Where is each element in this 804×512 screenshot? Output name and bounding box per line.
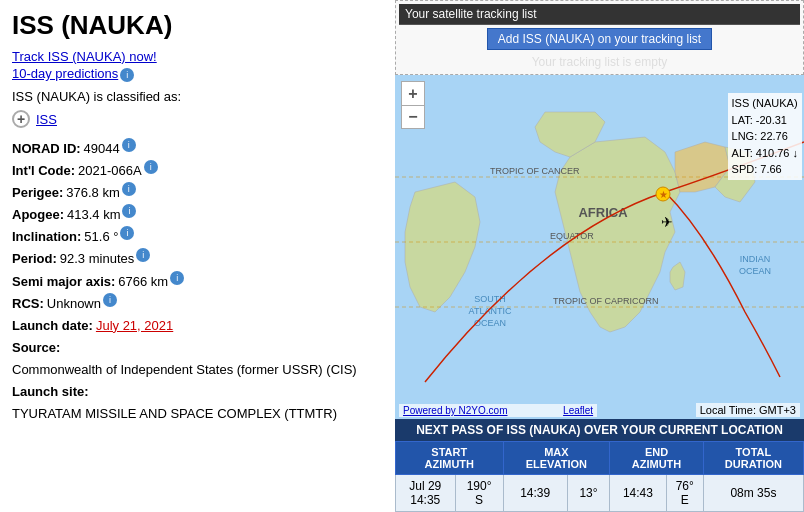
semi-major-label: Semi major axis: — [12, 271, 115, 293]
map-attribution: Powered by N2YO.com Leaflet — [399, 404, 597, 417]
total-duration: 08m 35s — [703, 475, 803, 512]
period-label: Period: — [12, 248, 57, 270]
launch-site-row: Launch site: TYURATAM MISSILE AND SPACE … — [12, 381, 383, 425]
launch-site-label: Launch site: — [12, 381, 89, 403]
source-row: Source: Commonwealth of Independent Stat… — [12, 337, 383, 381]
svg-text:✈: ✈ — [661, 214, 673, 230]
start-date: Jul 29 14:35 — [396, 475, 456, 512]
launch-date-link[interactable]: July 21, 2021 — [96, 318, 173, 333]
period-value: 92.3 minutes — [60, 248, 134, 270]
tracking-section: Your satellite tracking list Add ISS (NA… — [395, 0, 804, 75]
info-table: NORAD ID: 49044 i Int'l Code: 2021-066A … — [12, 138, 383, 425]
source-value: Commonwealth of Independent States (form… — [12, 359, 357, 381]
rcs-info-icon[interactable]: i — [103, 293, 117, 307]
col-start-azimuth: STARTAZIMUTH — [396, 442, 504, 475]
inclination-info-icon[interactable]: i — [120, 226, 134, 240]
satellite-title: ISS (NAUKA) — [12, 10, 383, 41]
col-total-duration: TOTALDURATION — [703, 442, 803, 475]
semi-major-info-icon[interactable]: i — [170, 271, 184, 285]
intl-value: 2021-066A — [78, 160, 142, 182]
apogee-row: Apogee: 413.4 km i — [12, 204, 383, 226]
rcs-row: RCS: Unknown i — [12, 293, 383, 315]
norad-row: NORAD ID: 49044 i — [12, 138, 383, 160]
predictions-link[interactable]: 10-day predictions — [12, 66, 118, 81]
rcs-label: RCS: — [12, 293, 44, 315]
sat-lng: LNG: 22.76 — [732, 128, 798, 145]
next-pass-table: STARTAZIMUTH MAXELEVATION ENDAZIMUTH TOT… — [395, 441, 804, 512]
sat-spd: SPD: 7.66 — [732, 161, 798, 178]
satellite-info-label: ISS (NAUKA) LAT: -20.31 LNG: 22.76 ALT: … — [728, 93, 802, 180]
inclination-label: Inclination: — [12, 226, 81, 248]
svg-text:TROPIC OF CAPRICORN: TROPIC OF CAPRICORN — [553, 296, 659, 306]
zoom-in-button[interactable]: + — [401, 81, 425, 105]
classified-text: ISS (NAUKA) is classified as: — [12, 89, 383, 104]
svg-text:AFRICA: AFRICA — [578, 205, 628, 220]
launch-date-value: July 21, 2021 — [96, 315, 173, 337]
semi-major-row: Semi major axis: 6766 km i — [12, 271, 383, 293]
svg-text:TROPIC OF CANCER: TROPIC OF CANCER — [490, 166, 580, 176]
iss-category-row: + ISS — [12, 110, 383, 128]
next-pass-section: NEXT PASS OF ISS (NAUKA) OVER YOUR CURRE… — [395, 419, 804, 512]
source-label: Source: — [12, 337, 60, 359]
track-now-link[interactable]: Track ISS (NAUKA) now! — [12, 49, 383, 64]
sat-lat: LAT: -20.31 — [732, 112, 798, 129]
start-azimuth: 190° S — [455, 475, 503, 512]
tracking-empty-text: Your tracking list is empty — [399, 53, 800, 71]
sat-alt: ALT: 410.76 ↓ — [732, 145, 798, 162]
perigee-label: Perigee: — [12, 182, 63, 204]
perigee-value: 376.8 km — [66, 182, 119, 204]
semi-major-value: 6766 km — [118, 271, 168, 293]
pass-row: Jul 29 14:35 190° S 14:39 13° 14:43 76° … — [396, 475, 804, 512]
next-pass-title: NEXT PASS OF ISS (NAUKA) OVER YOUR CURRE… — [395, 419, 804, 441]
iss-category-link[interactable]: ISS — [36, 112, 57, 127]
max-elevation: 13° — [567, 475, 609, 512]
map-local-time: Local Time: GMT+3 — [696, 403, 800, 417]
expand-button[interactable]: + — [12, 110, 30, 128]
apogee-info-icon[interactable]: i — [122, 204, 136, 218]
period-row: Period: 92.3 minutes i — [12, 248, 383, 270]
zoom-out-button[interactable]: − — [401, 105, 425, 129]
period-info-icon[interactable]: i — [136, 248, 150, 262]
sat-name: ISS (NAUKA) — [732, 95, 798, 112]
map-controls: + − — [401, 81, 425, 129]
launch-date-label: Launch date: — [12, 315, 93, 337]
intl-info-icon[interactable]: i — [144, 160, 158, 174]
tracking-bar-title: Your satellite tracking list — [399, 4, 800, 25]
max-time: 14:39 — [503, 475, 567, 512]
end-time: 14:43 — [610, 475, 666, 512]
inclination-row: Inclination: 51.6 ° i — [12, 226, 383, 248]
apogee-label: Apogee: — [12, 204, 64, 226]
svg-text:★: ★ — [659, 189, 668, 200]
apogee-value: 413.4 km — [67, 204, 120, 226]
launch-date-row: Launch date: July 21, 2021 — [12, 315, 383, 337]
map-area[interactable]: TROPIC OF CANCER EQUATOR TROPIC OF CAPRI… — [395, 75, 804, 419]
intl-label: Int'l Code: — [12, 160, 75, 182]
predictions-info-icon[interactable]: i — [120, 68, 134, 82]
inclination-value: 51.6 ° — [84, 226, 118, 248]
launch-site-value: TYURATAM MISSILE AND SPACE COMPLEX (TTMT… — [12, 403, 337, 425]
svg-text:OCEAN: OCEAN — [739, 266, 771, 276]
end-azimuth: 76° E — [666, 475, 703, 512]
col-end-azimuth: ENDAZIMUTH — [610, 442, 704, 475]
add-tracking-button[interactable]: Add ISS (NAUKA) on your tracking list — [487, 28, 712, 50]
norad-value: 49044 — [84, 138, 120, 160]
perigee-row: Perigee: 376.8 km i — [12, 182, 383, 204]
intl-row: Int'l Code: 2021-066A i — [12, 160, 383, 182]
norad-label: NORAD ID: — [12, 138, 81, 160]
svg-text:INDIAN: INDIAN — [740, 254, 771, 264]
perigee-info-icon[interactable]: i — [122, 182, 136, 196]
n2yo-attribution-link[interactable]: Powered by N2YO.com — [403, 405, 508, 416]
rcs-value: Unknown — [47, 293, 101, 315]
svg-text:ATLANTIC: ATLANTIC — [469, 306, 512, 316]
links-section: Track ISS (NAUKA) now! 10-day prediction… — [12, 49, 383, 83]
col-max-elevation: MAXELEVATION — [503, 442, 610, 475]
norad-info-icon[interactable]: i — [122, 138, 136, 152]
leaflet-attribution-link[interactable]: Leaflet — [563, 405, 593, 416]
